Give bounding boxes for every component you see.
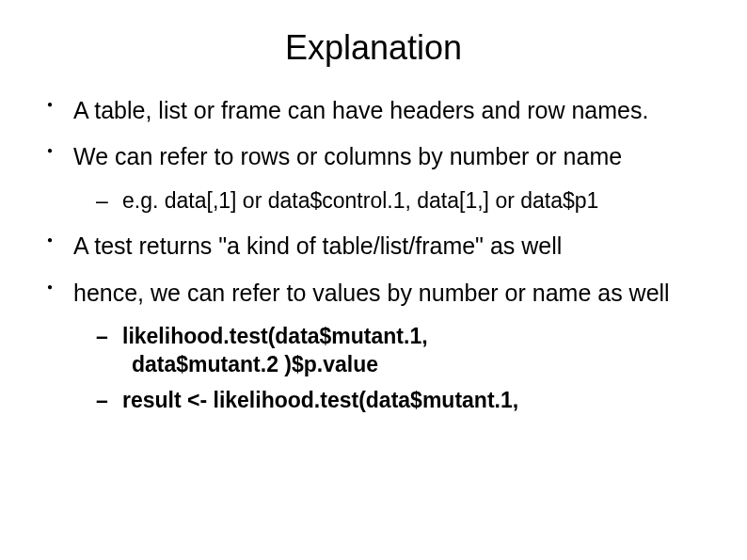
bullet-text: We can refer to rows or columns by numbe… [73,143,622,169]
slide-title: Explanation [38,28,709,68]
sub-bullet-list: likelihood.test(data$mutant.1, data$muta… [73,323,709,415]
sub-bullet-text: likelihood.test(data$mutant.1, [122,324,428,348]
sub-bullet-item: likelihood.test(data$mutant.1, data$muta… [96,323,709,379]
sub-bullet-text: result <- likelihood.test(data$mutant.1, [122,388,518,412]
sub-bullet-text-continuation: data$mutant.2 )$p.value [122,352,378,376]
sub-bullet-text: e.g. data[,1] or data$control.1, data[1,… [122,188,598,213]
bullet-text: A test returns "a kind of table/list/fra… [73,232,562,259]
sub-bullet-item: result <- likelihood.test(data$mutant.1, [96,387,709,415]
bullet-text: hence, we can refer to values by number … [73,280,670,306]
bullet-item: hence, we can refer to values by number … [47,279,709,415]
sub-bullet-item: e.g. data[,1] or data$control.1, data[1,… [96,187,709,216]
bullet-item: We can refer to rows or columns by numbe… [47,142,709,215]
sub-bullet-list: e.g. data[,1] or data$control.1, data[1,… [73,187,709,216]
bullet-item: A table, list or frame can have headers … [47,96,709,125]
main-bullet-list: A table, list or frame can have headers … [38,96,709,415]
bullet-text: A table, list or frame can have headers … [73,97,648,123]
bullet-item: A test returns "a kind of table/list/fra… [47,232,709,261]
